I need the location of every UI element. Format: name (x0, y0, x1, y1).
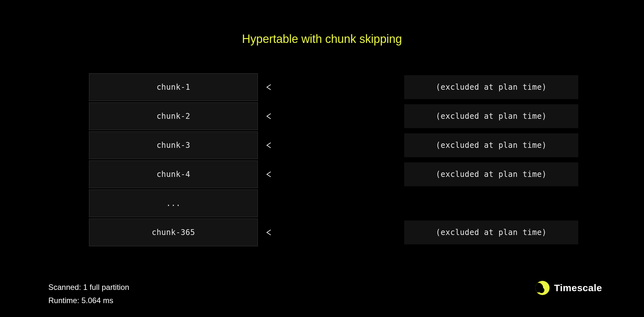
timescale-logo-icon (535, 281, 550, 295)
scanned-label: Scanned: (48, 283, 81, 291)
arrow-icon (258, 160, 404, 188)
runtime-line: Runtime: 5.064 ms (48, 294, 129, 307)
chunk-cell-ellipsis: ... (89, 189, 258, 217)
arrow-icon (258, 73, 404, 101)
chunk-cell: chunk-3 (89, 131, 258, 159)
runtime-label: Runtime: (48, 296, 79, 305)
chunk-row: chunk-365 (excluded at plan time) (89, 218, 579, 247)
chunk-row: chunk-4 (excluded at plan time) (89, 160, 579, 189)
status-cell: (excluded at plan time) (404, 133, 578, 157)
stats-block: Scanned: 1 full partition Runtime: 5.064… (48, 281, 129, 307)
chunk-diagram: chunk-1 (excluded at plan time) chunk-2 (89, 73, 579, 247)
brand-logo: Timescale (535, 281, 602, 295)
arrow-icon (258, 102, 404, 130)
runtime-value: 5.064 ms (82, 296, 113, 305)
chunk-cell: chunk-1 (89, 73, 258, 101)
chunk-row: chunk-3 (excluded at plan time) (89, 131, 579, 160)
chunk-cell: chunk-2 (89, 102, 258, 130)
arrow-icon (258, 219, 404, 246)
chunk-cell: chunk-365 (89, 219, 258, 246)
status-cell: (excluded at plan time) (404, 220, 578, 244)
status-cell: (excluded at plan time) (404, 104, 578, 128)
chunk-cell: chunk-4 (89, 160, 258, 188)
chunk-row: chunk-2 (excluded at plan time) (89, 102, 579, 131)
chunk-row: chunk-1 (excluded at plan time) (89, 73, 579, 102)
scanned-value: 1 full partition (83, 283, 129, 291)
status-cell: (excluded at plan time) (404, 162, 578, 186)
chunk-row-ellipsis: ... (89, 189, 579, 218)
status-cell: (excluded at plan time) (404, 75, 578, 99)
arrow-icon (258, 131, 404, 159)
scanned-line: Scanned: 1 full partition (48, 281, 129, 294)
brand-name: Timescale (554, 282, 602, 293)
diagram-title: Hypertable with chunk skipping (0, 32, 644, 46)
